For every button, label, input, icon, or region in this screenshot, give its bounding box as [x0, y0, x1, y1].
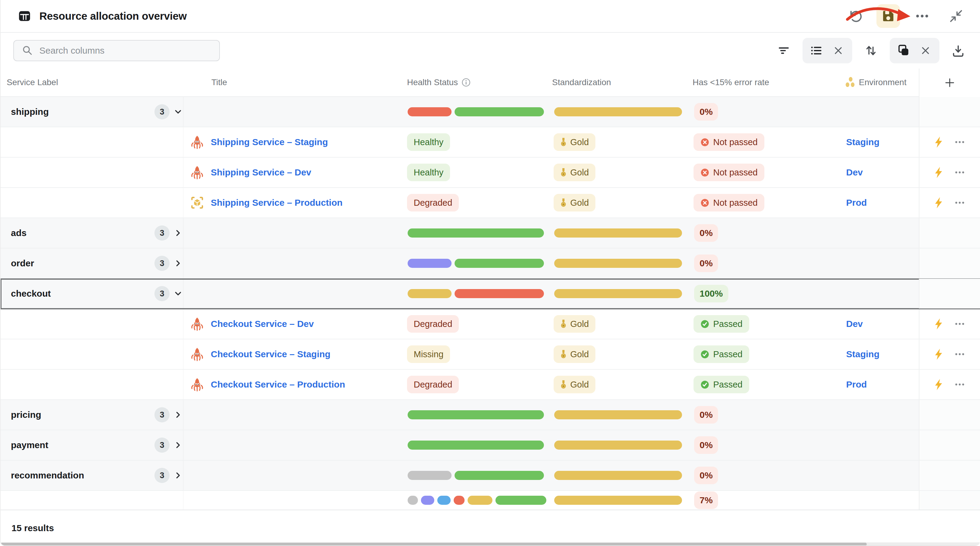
group-count-badge: 3 [154, 286, 170, 301]
info-icon[interactable] [461, 78, 471, 87]
clear-copy-button[interactable] [916, 41, 935, 60]
group-row-order[interactable]: order30% [1, 249, 980, 279]
more-options-button[interactable] [910, 4, 934, 28]
copy-stack-button[interactable] [894, 41, 913, 60]
group-toggle[interactable] [173, 471, 183, 480]
medal-icon [560, 380, 566, 390]
environment-link[interactable]: Dev [846, 319, 863, 329]
quick-action-button[interactable] [933, 378, 945, 391]
error-rate-metric: 7% [694, 492, 718, 509]
group-toggle[interactable] [173, 410, 183, 420]
group-row-payment[interactable]: payment30% [1, 430, 980, 461]
bar-segment-green [495, 496, 546, 505]
bar-segment-green [407, 410, 544, 419]
add-column-button[interactable] [943, 76, 956, 89]
close-icon [832, 44, 845, 57]
environment-link[interactable]: Prod [846, 198, 867, 208]
group-row-recommendation[interactable]: recommendation30% [1, 461, 980, 491]
quick-action-button[interactable] [933, 196, 945, 209]
row-menu-button[interactable] [953, 166, 966, 179]
dots-icon [953, 378, 966, 391]
medal-icon [560, 198, 566, 208]
search-box[interactable] [13, 40, 220, 61]
circle-x-icon [700, 198, 710, 208]
bar-segment-gold [554, 496, 682, 505]
bar-segment-green [455, 259, 544, 268]
col-environment[interactable]: Environment [845, 77, 907, 88]
title-bar: Resource allocation overview [1, 0, 980, 33]
col-service-label[interactable]: Service Label [7, 78, 58, 87]
row-menu-button[interactable] [953, 378, 966, 391]
search-input[interactable] [39, 45, 209, 56]
group-count-badge: 3 [154, 225, 170, 241]
service-title-link[interactable]: Shipping Service – Dev [211, 167, 311, 177]
service-title-link[interactable]: Shipping Service – Production [211, 198, 342, 208]
bar-segment-gold [554, 410, 682, 419]
environment-link[interactable]: Staging [846, 349, 880, 359]
group-row-shipping[interactable]: shipping30% [1, 97, 980, 127]
dots-icon [953, 196, 966, 209]
row-menu-button[interactable] [953, 318, 966, 330]
group-row-checkout[interactable]: checkout3100% [1, 279, 980, 309]
environment-link[interactable]: Prod [846, 379, 867, 390]
environment-icon [845, 77, 855, 88]
col-standardization[interactable]: Standardization [552, 78, 611, 87]
bar-segment-gold [554, 289, 682, 298]
col-health-status[interactable]: Health Status [407, 78, 471, 87]
standardization-badge-label: Gold [570, 319, 589, 329]
standardization-bar [554, 441, 682, 450]
chev-right-icon [173, 410, 183, 420]
medal-icon [560, 319, 566, 329]
clear-list-button[interactable] [829, 41, 848, 60]
environment-link[interactable]: Dev [846, 167, 863, 177]
undo-button[interactable] [843, 4, 866, 28]
service-title-link[interactable]: Checkout Service – Staging [211, 349, 330, 359]
medal-icon [560, 137, 566, 147]
quick-action-button[interactable] [933, 318, 945, 330]
group-toggle[interactable] [173, 228, 183, 238]
environment-link[interactable]: Staging [846, 137, 880, 147]
save-button[interactable] [877, 4, 900, 28]
group-toggle[interactable] [173, 440, 183, 450]
bar-segment-green [455, 471, 544, 480]
circle-x-icon [700, 168, 710, 177]
add-column-area [919, 69, 980, 97]
table-icon [18, 9, 32, 23]
partial-row: 7% [1, 491, 980, 510]
service-title-link[interactable]: Shipping Service – Staging [211, 137, 328, 147]
col-title[interactable]: Title [212, 78, 227, 87]
row-menu-button[interactable] [953, 196, 966, 209]
row-menu-button[interactable] [953, 348, 966, 361]
download-button[interactable] [948, 41, 968, 60]
group-count-badge: 3 [154, 407, 170, 422]
standardization-badge: Gold [554, 194, 595, 211]
group-toggle[interactable] [173, 289, 183, 299]
error-rate-check-badge-label: Not passed [713, 137, 758, 147]
group-toggle[interactable] [173, 259, 183, 268]
filter-button[interactable] [774, 41, 794, 60]
group-row-pricing[interactable]: pricing30% [1, 400, 980, 430]
horizontal-scrollbar-thumb[interactable] [1, 543, 867, 546]
health-status-bar [407, 441, 544, 450]
service-title-link[interactable]: Checkout Service – Dev [211, 319, 314, 329]
quick-action-button[interactable] [933, 166, 945, 179]
quick-action-button[interactable] [933, 136, 945, 148]
standardization-bar [554, 289, 682, 298]
results-count: 15 results [11, 523, 54, 533]
col-error-rate[interactable]: Has <15% error rate [693, 78, 769, 87]
squid-icon [190, 135, 204, 149]
collapse-button[interactable] [944, 4, 968, 28]
health-status-badge-label: Degraded [414, 319, 452, 329]
bar-segment-red [407, 107, 452, 117]
quick-action-button[interactable] [933, 348, 945, 361]
sort-button[interactable] [861, 41, 881, 60]
group-label: payment [11, 440, 48, 450]
group-label: recommendation [11, 470, 84, 481]
service-title-link[interactable]: Checkout Service – Production [211, 379, 345, 390]
group-toggle[interactable] [173, 107, 183, 117]
group-row-ads[interactable]: ads30% [1, 218, 980, 249]
row-menu-button[interactable] [953, 136, 966, 148]
health-status-badge-label: Degraded [414, 198, 452, 208]
horizontal-scrollbar-track [1, 542, 980, 546]
list-view-button[interactable] [807, 41, 826, 60]
